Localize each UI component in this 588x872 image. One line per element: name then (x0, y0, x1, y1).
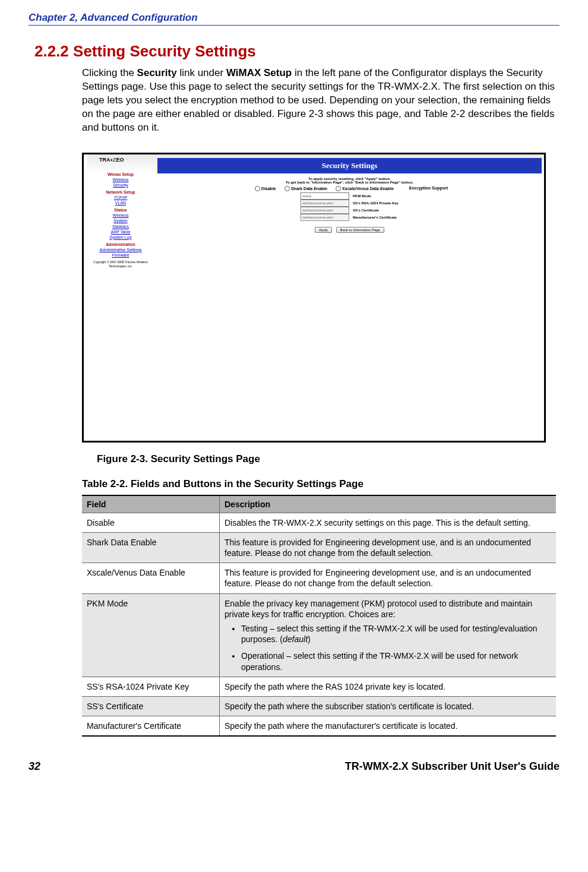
cell-desc: This feature is provided for Engineering… (220, 532, 557, 563)
sidebar-copyright: Copyright © 2007-2008 Tranzeo Wireless T… (85, 260, 156, 268)
table-row: Disable Disables the TR-WMX-2.X security… (82, 513, 556, 532)
field-label-pkm: PKM Mode (353, 192, 399, 200)
table-row: PKM Mode Enable the privacy key manageme… (82, 593, 556, 677)
cell-field: Manufacturer's Certificate (82, 716, 220, 737)
screenshot-figure: TRA♦ZEO Wimax Setup Wireless Security Ne… (82, 153, 546, 443)
logo-text: EO (116, 157, 124, 163)
radio-icon (255, 186, 260, 191)
tranzeo-logo: TRA♦ZEO (99, 157, 124, 163)
radio-label: Xscale/Venus Data Enable (342, 187, 394, 191)
encryption-support-label: Encryption Support (409, 186, 448, 190)
radio-label: Disable (261, 187, 276, 191)
table-row: Shark Data Enable This feature is provid… (82, 532, 556, 563)
list-item: Testing – select this setting if the TR-… (241, 623, 551, 644)
page-number: 32 (29, 760, 40, 773)
screenshot-sidebar: Wimax Setup Wireless Security Network Se… (85, 170, 156, 268)
sidebar-link-vlan[interactable]: VLAN (85, 200, 156, 206)
sidebar-link-system[interactable]: System (85, 218, 156, 223)
radio-xscale[interactable]: Xscale/Venus Data Enable (336, 186, 394, 191)
apply-button[interactable]: Apply (315, 227, 332, 233)
radio-label: Shark Data Enable (291, 187, 327, 191)
radio-disable[interactable]: Disable (255, 186, 276, 191)
sidebar-link-wireless2[interactable]: Wireless (85, 213, 156, 218)
field-label-mfgcert: Manufacturer's Certificate (353, 214, 399, 221)
cell-desc: Enable the privacy key management (PKM) … (220, 593, 557, 677)
page-footer: 32 TR-WMX-2.X Subscriber Unit User's Gui… (29, 760, 559, 773)
table-row: SS's Certificate Specify the path where … (82, 696, 556, 716)
logo-text: TRA (99, 157, 110, 163)
guide-title: TR-WMX-2.X Subscriber Unit User's Guide (345, 760, 559, 773)
back-button[interactable]: Back to Information Page (336, 227, 384, 233)
list-item: Operational – select this setting if the… (241, 650, 551, 672)
rsa-key-input[interactable]: /etc/factory/wimax-pkm/ (301, 200, 349, 207)
sidebar-link-tcpip[interactable]: TCP/IP (85, 195, 156, 200)
body-paragraph: Clicking the Security link under WiMAX S… (82, 67, 559, 135)
col-header-desc: Description (220, 495, 557, 513)
security-link-ref: Security (137, 67, 177, 78)
section-heading: 2.2.2 Setting Security Settings (34, 42, 559, 61)
sidebar-link-statistics[interactable]: Statistics (85, 224, 156, 229)
radio-shark[interactable]: Shark Data Enable (284, 186, 327, 191)
screenshot-main: Security Settings To apply security rese… (157, 158, 542, 233)
sidebar-link-arp[interactable]: ARP Table (85, 229, 156, 235)
sidebar-link-security[interactable]: Security (85, 182, 156, 188)
sidebar-cat-wimax: Wimax Setup (85, 172, 156, 177)
cell-desc: Specify the path where the manufacturer'… (220, 716, 557, 737)
fields-table: Field Description Disable Disables the T… (82, 495, 556, 737)
cell-field: Xscale/Venus Data Enable (82, 563, 220, 593)
radio-icon (336, 186, 341, 191)
cell-desc: This feature is provided for Engineering… (220, 563, 557, 593)
sidebar-link-adminset[interactable]: Administrative Settings (85, 247, 156, 252)
sidebar-link-syslog[interactable]: System Log (85, 235, 156, 240)
cell-field: SS's Certificate (82, 696, 220, 716)
radio-icon (284, 186, 290, 191)
sidebar-cat-admin: Administration (85, 242, 156, 247)
cell-desc: Disables the TR-WMX-2.X security setting… (220, 513, 557, 532)
mfg-cert-input[interactable]: /etc/factory/wimax-pkm/ (301, 214, 349, 221)
cell-field: Shark Data Enable (82, 532, 220, 563)
figure-caption: Figure 2-3. Security Settings Page (97, 453, 559, 465)
desc-text: Enable the privacy key management (PKM) … (225, 599, 532, 619)
ss-cert-input[interactable]: /etc/factory/wimax-pkm/ (301, 207, 349, 214)
sidebar-cat-status: Status (85, 207, 156, 213)
cell-field: PKM Mode (82, 593, 220, 677)
pkm-mode-select[interactable]: testing (301, 192, 349, 200)
sidebar-link-wireless[interactable]: Wireless (85, 177, 156, 182)
table-row: Manufacturer's Certificate Specify the p… (82, 716, 556, 737)
table-caption: Table 2-2. Fields and Buttons in the Sec… (82, 478, 559, 490)
default-italic: default (283, 634, 308, 644)
cell-desc: Specify the path where the RAS 1024 priv… (220, 677, 557, 696)
header-divider (29, 25, 559, 26)
logo-text: ♦Z (110, 157, 116, 163)
screenshot-title: Security Settings (157, 158, 542, 173)
table-row: Xscale/Venus Data Enable This feature is… (82, 563, 556, 593)
screenshot-hint2: To get back to "Information Page", click… (157, 181, 542, 184)
col-header-field: Field (82, 495, 220, 513)
cell-desc: Specify the path where the subscriber st… (220, 696, 557, 716)
cell-field: SS's RSA-1024 Private Key (82, 677, 220, 696)
wimax-setup-ref: WiMAX Setup (226, 67, 292, 78)
chapter-header: Chapter 2, Advanced Configuration (29, 12, 559, 25)
screenshot-radio-row: Disable Shark Data Enable Xscale/Venus D… (157, 186, 542, 191)
table-row: SS's RSA-1024 Private Key Specify the pa… (82, 677, 556, 696)
cell-field: Disable (82, 513, 220, 532)
body-text: Clicking the (82, 67, 137, 78)
sidebar-cat-network: Network Setup (85, 189, 156, 195)
bullet-text: ) (308, 634, 311, 644)
body-text: link under (177, 67, 226, 78)
field-label-sscert: SS's Certificate (353, 207, 399, 214)
field-label-rsa: SS's RSA-1024 Private Key (353, 200, 399, 207)
sidebar-link-firmware[interactable]: Firmware (85, 252, 156, 258)
